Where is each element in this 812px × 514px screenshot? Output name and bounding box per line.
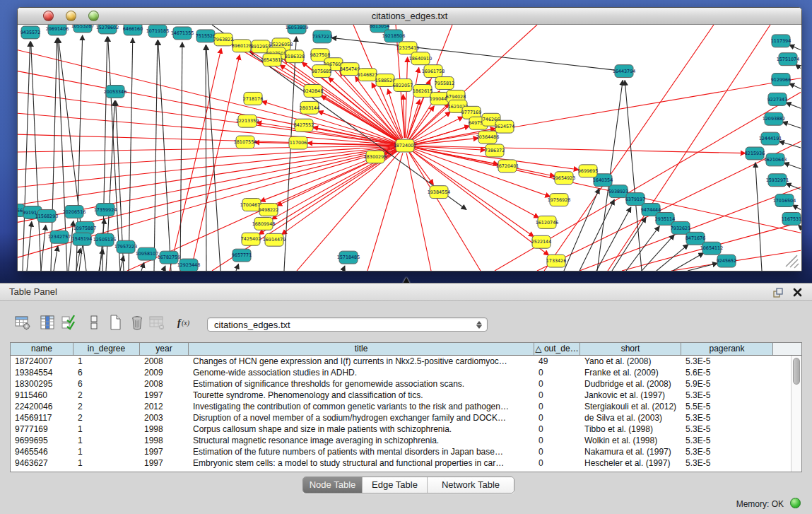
cell-title[interactable]: Embryonic stem cells: a model to study s…	[189, 457, 534, 469]
cell-name[interactable]: 22420046	[11, 401, 73, 412]
tab-network-table[interactable]: Network Table	[428, 477, 514, 493]
graph-node[interactable]: 9245652	[717, 255, 736, 267]
cell-in_degree[interactable]: 1	[73, 457, 140, 469]
table-header-row[interactable]: namein_degreeyeartitle△ out_de…shortpage…	[11, 343, 801, 356]
graph-node[interactable]: 15932971	[766, 174, 789, 187]
cell-year[interactable]: 1997	[140, 446, 189, 457]
cell-short[interactable]: Tibbo et al. (1998)	[580, 424, 681, 435]
graph-node[interactable]: 20364486	[476, 131, 500, 144]
cell-title[interactable]: Structural magnetic resonance image aver…	[189, 435, 534, 446]
window-titlebar[interactable]: citations_edges.txt	[18, 8, 801, 25]
cell-pagerank[interactable]: 5.3E-5	[681, 435, 773, 446]
graph-node[interactable]: 9227343	[767, 93, 787, 105]
cell-in_degree[interactable]: 6	[73, 378, 140, 390]
window-minimize-icon[interactable]	[66, 11, 76, 21]
graph-node[interactable]: 16443794	[613, 65, 636, 78]
cell-name[interactable]: 14569117	[11, 412, 73, 424]
cell-short[interactable]: Franke et al. (2009)	[580, 367, 681, 378]
cell-out_degree[interactable]: 0	[534, 367, 580, 378]
cell-year[interactable]: 2012	[140, 401, 189, 412]
row-height-icon[interactable]	[85, 313, 103, 332]
graph-node[interactable]: 12444191	[759, 132, 782, 145]
cell-year[interactable]: 1998	[140, 424, 189, 435]
graph-node[interactable]: 10654112	[700, 242, 724, 255]
cell-year[interactable]: 1997	[140, 457, 189, 469]
graph-node[interactable]: 1117394	[771, 35, 791, 47]
graph-node[interactable]: 10719185	[146, 25, 170, 37]
graph-node[interactable]: 16961758	[422, 65, 445, 78]
graph-node[interactable]: 10553287	[71, 25, 95, 33]
cell-pagerank[interactable]: 5.9E-5	[681, 378, 773, 390]
column-header-short[interactable]: short	[580, 343, 681, 355]
graph-node[interactable]: 16210643	[764, 153, 787, 166]
graph-node[interactable]: 15751074	[777, 53, 800, 66]
graph-node[interactable]: 17359924	[94, 204, 117, 216]
cell-title[interactable]: Corpus callosum shape and size in male p…	[189, 424, 534, 435]
cell-in_degree[interactable]: 1	[73, 424, 140, 435]
column-header-title[interactable]: title	[189, 343, 534, 355]
cell-out_degree[interactable]: 0	[534, 424, 580, 435]
graph-node[interactable]: 12342757	[48, 230, 71, 243]
graph-node[interactable]: 1733426	[546, 255, 566, 267]
graph-node[interactable]: 16914479	[263, 233, 286, 246]
network-nodes[interactable]: 9435572206914061055328715278602646616010…	[18, 25, 801, 271]
graph-node[interactable]: 19218506	[382, 30, 406, 42]
cell-pagerank[interactable]: 5.3E-5	[681, 356, 773, 367]
graph-node[interactable]: 15278602	[96, 25, 119, 34]
graph-node[interactable]: 8186328	[285, 50, 305, 63]
cell-year[interactable]: 2008	[140, 356, 189, 367]
cell-in_degree[interactable]: 2	[73, 401, 140, 412]
graph-node[interactable]: 10975887	[73, 221, 97, 234]
graph-node[interactable]: 2718176	[243, 92, 263, 105]
graph-node[interactable]: 16809948	[252, 217, 276, 230]
tab-edge-table[interactable]: Edge Table	[363, 477, 428, 493]
cell-name[interactable]: 9463627	[11, 457, 73, 469]
memory-ok-icon[interactable]	[790, 498, 801, 508]
graph-node[interactable]: 9129966	[771, 74, 791, 86]
graph-node[interactable]: 6822057	[393, 79, 413, 92]
cell-year[interactable]: 1998	[140, 435, 189, 446]
graph-node[interactable]: 8215936	[745, 147, 765, 160]
graph-node[interactable]: 6466160	[123, 25, 143, 35]
graph-node[interactable]: 2803144	[300, 101, 319, 114]
column-header-pagerank[interactable]: pagerank	[681, 343, 773, 355]
graph-node[interactable]: 11568293	[35, 209, 59, 222]
table-settings-icon[interactable]	[13, 313, 32, 332]
graph-node[interactable]: 15718485	[337, 251, 360, 264]
close-panel-icon[interactable]	[792, 287, 803, 300]
graph-node[interactable]: 19756928	[548, 194, 571, 206]
cell-in_degree[interactable]: 1	[73, 446, 140, 457]
window-close-icon[interactable]	[43, 11, 54, 21]
table-row[interactable]: 946554611997Estimation of the future num…	[11, 446, 801, 457]
column-header-year[interactable]: year	[140, 343, 189, 355]
graph-node[interactable]: 3624574	[495, 120, 514, 133]
cell-pagerank[interactable]: 5.3E-5	[681, 412, 773, 424]
graph-node[interactable]: 7955812	[435, 77, 454, 90]
cell-short[interactable]: Dudbridge et al. (2008)	[580, 378, 681, 390]
function-builder-icon[interactable]: f(x)	[175, 313, 194, 332]
cell-in_degree[interactable]: 2	[73, 412, 140, 424]
cell-title[interactable]: Changes of HCN gene expression and I(f) …	[189, 356, 534, 367]
cell-short[interactable]: Nakamura et al. (1997)	[580, 446, 681, 457]
table-row[interactable]: 969969511998Structural magnetic resonanc…	[11, 435, 801, 446]
select-rows-check-icon[interactable]	[59, 313, 78, 332]
cell-year[interactable]: 2008	[140, 378, 189, 390]
cell-out_degree[interactable]: 0	[534, 401, 580, 412]
resize-grip-icon[interactable]	[786, 255, 799, 268]
table-row[interactable]: 1830029562008Estimation of significance …	[11, 378, 801, 390]
scrollbar-thumb[interactable]	[793, 358, 800, 385]
cell-out_degree[interactable]: 0	[534, 378, 580, 390]
cell-title[interactable]: Tourette syndrome. Phenomenology and cla…	[189, 390, 534, 401]
graph-node[interactable]: 7357223	[312, 30, 332, 43]
cell-title[interactable]: Investigating the contribution of common…	[189, 401, 534, 412]
column-header-out_degree[interactable]: △ out_de…	[534, 343, 580, 355]
cell-name[interactable]: 19384554	[11, 367, 73, 378]
graph-node[interactable]: 18107554	[234, 136, 257, 148]
cell-out_degree[interactable]: 0	[534, 390, 580, 401]
graph-node[interactable]: 9242848	[303, 85, 323, 98]
graph-node[interactable]: 8960128	[232, 40, 252, 52]
graph-node[interactable]: 9657771	[232, 249, 252, 262]
tab-node-table[interactable]: Node Table	[303, 477, 363, 493]
graph-node[interactable]: 17957223	[114, 240, 138, 253]
graph-node[interactable]: 12093882	[763, 112, 786, 125]
